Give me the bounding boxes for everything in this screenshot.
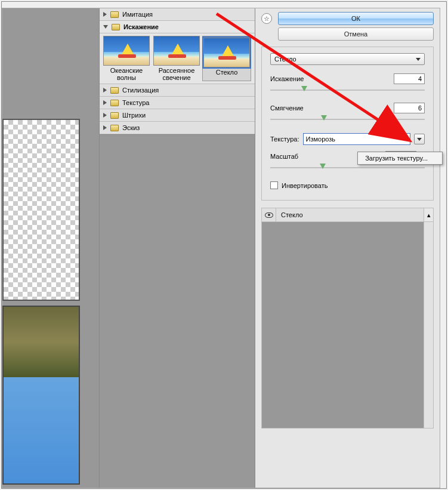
- filter-label: Океанские волны: [102, 67, 151, 81]
- scale-label: Масштаб: [270, 153, 298, 160]
- double-chevron-up-icon: ☆: [264, 15, 270, 23]
- category-stylization[interactable]: Стилизация: [100, 84, 255, 97]
- cancel-button[interactable]: Отмена: [278, 27, 434, 41]
- chevron-right-icon: [103, 100, 107, 105]
- slider-thumb-icon[interactable]: [320, 164, 326, 169]
- filter-thumbnail: [103, 36, 150, 66]
- category-label: Текстура: [122, 99, 149, 106]
- folder-icon: [110, 125, 119, 131]
- folder-icon: [110, 11, 119, 18]
- filter-label: Рассеянное свечение: [152, 67, 201, 81]
- filter-thumbnail: [153, 36, 200, 66]
- preview-image[interactable]: [2, 306, 80, 485]
- filter-name-value: Стекло: [274, 56, 296, 63]
- filter-diffuse-glow[interactable]: Рассеянное свечение: [152, 36, 201, 81]
- chevron-up-icon: ▴: [427, 211, 431, 219]
- filter-label: Стекло: [203, 69, 251, 76]
- ok-button[interactable]: ОК: [278, 12, 434, 25]
- texture-value: Изморозь: [306, 135, 336, 143]
- folder-icon: [112, 24, 120, 30]
- category-label: Эскиз: [122, 124, 140, 131]
- layer-name[interactable]: Стекло: [276, 211, 424, 218]
- filter-settings-box: Стекло Искажение Смягчение: [261, 47, 434, 201]
- filter-ocean-waves[interactable]: Океанские волны: [102, 36, 151, 81]
- menu-item-label: Загрузить текстуру...: [365, 155, 428, 162]
- chevron-right-icon: [103, 88, 107, 93]
- texture-dropdown[interactable]: Изморозь: [303, 133, 411, 145]
- folder-icon: [110, 112, 119, 119]
- effect-layers-panel: Стекло ▴: [261, 208, 434, 429]
- texture-flyout-button[interactable]: [414, 134, 425, 144]
- distortion-label: Искажение: [270, 75, 304, 82]
- invert-checkbox[interactable]: [270, 181, 278, 189]
- filter-name-dropdown[interactable]: Стекло: [270, 53, 425, 65]
- chevron-down-icon: [103, 25, 108, 29]
- flyout-icon: [417, 138, 422, 141]
- category-texture[interactable]: Текстура: [100, 97, 255, 109]
- chevron-right-icon: [103, 125, 107, 130]
- layer-visibility-toggle[interactable]: [262, 208, 276, 221]
- category-imitation[interactable]: Имитация: [100, 8, 255, 21]
- layer-body: [262, 222, 433, 428]
- load-texture-menu-item[interactable]: Загрузить текстуру...: [357, 152, 443, 165]
- category-label: Имитация: [122, 11, 153, 18]
- preview-pane: [2, 8, 99, 488]
- category-label: Штрихи: [122, 112, 146, 119]
- category-label: Искажение: [123, 23, 159, 30]
- scale-slider[interactable]: [270, 164, 425, 172]
- category-sketch[interactable]: Эскиз: [100, 122, 255, 134]
- slider-thumb-icon[interactable]: [321, 115, 327, 121]
- filters-grid: Океанские волны Рассеянное свечение Стек…: [100, 33, 255, 84]
- chevron-down-icon: [403, 138, 407, 141]
- smoothing-label: Смягчение: [270, 104, 304, 112]
- filter-glass[interactable]: Стекло: [202, 36, 251, 81]
- distortion-input[interactable]: [394, 73, 425, 84]
- folder-icon: [110, 87, 119, 94]
- category-distortion[interactable]: Искажение: [100, 21, 255, 33]
- smoothing-slider[interactable]: [270, 115, 425, 124]
- collapse-toggle[interactable]: ☆: [261, 13, 272, 24]
- texture-label: Текстура:: [270, 135, 299, 143]
- tree-empty-area: [100, 134, 255, 488]
- smoothing-input[interactable]: [394, 103, 425, 113]
- filter-tree-pane: Имитация Искажение Океанские волны Рассе…: [99, 8, 255, 488]
- chevron-right-icon: [103, 113, 107, 118]
- invert-label: Инвертировать: [282, 182, 327, 189]
- filter-thumbnail: [203, 38, 250, 67]
- slider-thumb-icon[interactable]: [301, 86, 307, 91]
- eye-icon: [265, 212, 273, 218]
- scrollbar[interactable]: [424, 222, 433, 428]
- category-strokes[interactable]: Штрихи: [100, 109, 255, 122]
- category-label: Стилизация: [122, 87, 159, 94]
- scroll-up-button[interactable]: ▴: [424, 208, 433, 221]
- folder-icon: [110, 100, 119, 106]
- chevron-right-icon: [103, 12, 107, 17]
- chevron-down-icon: [416, 58, 421, 61]
- preview-transparent-area[interactable]: [2, 119, 80, 301]
- settings-pane: ☆ ОК Отмена Стекло Искажение: [255, 8, 440, 488]
- distortion-slider[interactable]: [270, 86, 425, 94]
